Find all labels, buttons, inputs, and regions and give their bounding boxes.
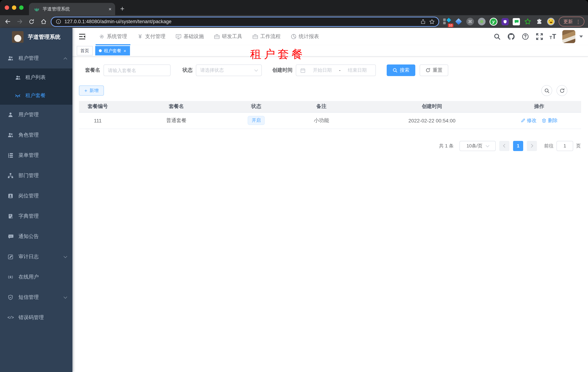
- reset-button[interactable]: 重置: [420, 64, 448, 76]
- post-badge-icon: [8, 193, 13, 199]
- next-page-button[interactable]: [527, 141, 537, 151]
- search-button[interactable]: 搜索: [387, 64, 415, 76]
- sidebar-item-audit-log[interactable]: 审计日志: [0, 247, 73, 267]
- message-icon: [8, 234, 13, 239]
- tag-tenant-package[interactable]: 租户套餐 ×: [95, 46, 130, 55]
- sidebar-item-label: 租户套餐: [25, 92, 46, 99]
- browser-tab[interactable]: 芋道管理系统 ×: [29, 3, 115, 15]
- fullscreen-icon[interactable]: [535, 32, 543, 41]
- header-actions: TT: [493, 30, 583, 43]
- goto-label: 前往: [544, 143, 554, 149]
- new-tab-button[interactable]: +: [120, 5, 124, 13]
- extension-chat-icon[interactable]: [513, 18, 520, 25]
- status-select[interactable]: 请选择状态: [196, 64, 262, 76]
- refresh-table-button[interactable]: [556, 85, 567, 96]
- home-icon[interactable]: [39, 17, 48, 26]
- start-date-placeholder[interactable]: 开始日期: [308, 67, 336, 74]
- tab-close-icon[interactable]: ×: [109, 6, 112, 12]
- table-row[interactable]: 111 普通套餐 开启 小功能 2022-02-22 00:54:00: [79, 112, 581, 128]
- extensions-puzzle-icon[interactable]: [536, 18, 543, 25]
- nav-item-workflow[interactable]: 工作流程: [247, 28, 286, 45]
- chevron-right-icon: [530, 144, 533, 148]
- address-bar[interactable]: [51, 16, 439, 27]
- page-size-value: 10条/页: [467, 143, 483, 149]
- cell-created-time: 2022-02-22 00:54:00: [367, 112, 497, 128]
- search-icon[interactable]: [493, 32, 501, 41]
- github-icon[interactable]: [507, 32, 515, 41]
- extension-shield-icon[interactable]: [502, 18, 509, 25]
- help-icon[interactable]: [521, 32, 529, 41]
- gear-icon: [99, 34, 105, 40]
- extension-tabs-icon[interactable]: 10: [443, 18, 451, 25]
- sidebar-item-sms[interactable]: 短信管理: [0, 287, 73, 308]
- cell-package-id: 111: [79, 112, 116, 128]
- font-size-icon[interactable]: TT: [549, 33, 556, 40]
- url-input[interactable]: [64, 19, 417, 24]
- share-icon[interactable]: [420, 19, 426, 24]
- sidebar-item-notices[interactable]: 通知公告: [0, 226, 73, 247]
- active-dot-icon: [99, 49, 102, 52]
- sidebar-item-tenant-package[interactable]: 租户套餐: [0, 86, 73, 105]
- zoom-window-button[interactable]: [19, 5, 23, 10]
- nav-item-infrastructure[interactable]: 基础设施: [170, 28, 209, 45]
- sidebar-item-posts[interactable]: 岗位管理: [0, 186, 73, 206]
- sidebar-item-online-users[interactable]: 在线用户: [0, 267, 73, 287]
- bookmark-star-icon[interactable]: [429, 19, 435, 24]
- table-header-row: 套餐编号 套餐名 状态 备注 创建时间 操作: [79, 101, 581, 112]
- goto-page-input[interactable]: [556, 141, 573, 151]
- app-logo[interactable]: 芋道管理系统: [0, 28, 73, 46]
- tag-close-icon[interactable]: ×: [124, 48, 126, 53]
- close-window-button[interactable]: [5, 5, 9, 10]
- extension-star-icon[interactable]: [524, 18, 532, 25]
- page-number-button[interactable]: 1: [513, 141, 523, 151]
- app-header: 系统管理 ¥ 支付管理 基础设施: [73, 28, 588, 45]
- search-icon: [392, 68, 398, 73]
- sidebar-item-tenant[interactable]: 租户管理: [0, 48, 73, 68]
- reload-icon[interactable]: [27, 17, 36, 26]
- date-range-picker[interactable]: 开始日期 - 结束日期: [296, 64, 376, 76]
- page-watermark: 租户套餐: [250, 47, 305, 62]
- minimize-window-button[interactable]: [12, 5, 16, 10]
- extension-y-icon[interactable]: y: [490, 18, 497, 26]
- extension-command-icon[interactable]: ⌘: [466, 18, 474, 25]
- nav-item-payment[interactable]: ¥ 支付管理: [132, 28, 170, 45]
- site-info-icon[interactable]: [56, 19, 61, 24]
- page-size-select[interactable]: 10条/页: [460, 141, 496, 151]
- sidebar-item-tenant-list[interactable]: 租户列表: [0, 68, 73, 86]
- edit-link[interactable]: 修改: [521, 117, 536, 124]
- nav-item-system[interactable]: 系统管理: [94, 28, 132, 45]
- sidebar-item-departments[interactable]: 部门管理: [0, 166, 73, 186]
- delete-link[interactable]: 删除: [542, 117, 557, 124]
- sidebar-item-label: 在线用户: [19, 274, 67, 280]
- avatar-dropdown-caret-icon[interactable]: [579, 35, 583, 38]
- show-search-button[interactable]: [541, 85, 552, 96]
- collapse-sidebar-icon[interactable]: [79, 33, 86, 40]
- add-button[interactable]: + 新增: [79, 85, 104, 96]
- forward-icon[interactable]: [15, 17, 24, 26]
- nav-item-dev-tools[interactable]: 研发工具: [209, 28, 247, 45]
- browser-update-button[interactable]: 更新 ⋮: [559, 17, 584, 26]
- sidebar-item-roles[interactable]: 角色管理: [0, 125, 73, 145]
- tag-home[interactable]: 首页: [77, 46, 93, 55]
- package-name-field[interactable]: [104, 64, 170, 76]
- back-icon[interactable]: [3, 17, 12, 26]
- create-time-label: 创建时间: [272, 67, 293, 74]
- prev-page-button[interactable]: [499, 141, 509, 151]
- extension-recorder-icon[interactable]: [478, 18, 485, 25]
- end-date-placeholder[interactable]: 结束日期: [343, 67, 371, 74]
- user-avatar[interactable]: [562, 30, 575, 43]
- sidebar-item-users[interactable]: 用户管理: [0, 105, 73, 125]
- sidebar-item-menus[interactable]: 菜单管理: [0, 145, 73, 166]
- status-label: 状态: [182, 67, 193, 74]
- package-name-input[interactable]: [108, 68, 166, 73]
- nav-item-reports[interactable]: 统计报表: [286, 28, 324, 45]
- sidebar-item-error-codes[interactable]: </> 错误码管理: [0, 308, 73, 328]
- add-button-label: 新增: [89, 87, 98, 94]
- sidebar-submenu-tenant: 租户列表 租户套餐: [0, 68, 73, 105]
- sidebar-item-dict[interactable]: 字典管理: [0, 206, 73, 226]
- extension-badge: 10: [448, 23, 453, 27]
- browser-menu-icon[interactable]: ⋮: [576, 19, 581, 24]
- peoples-icon: [8, 132, 13, 138]
- extension-gem-icon[interactable]: [455, 18, 462, 25]
- profile-avatar-icon[interactable]: [547, 18, 555, 25]
